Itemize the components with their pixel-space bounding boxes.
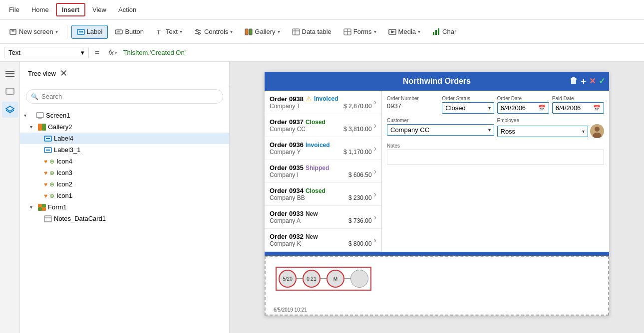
customer-field: Customer Company CC ▾ xyxy=(387,118,494,138)
tree-item-icon4[interactable]: ♥ ⊕ Icon4 xyxy=(20,156,229,167)
menu-action[interactable]: Action xyxy=(113,4,141,15)
form1-chevron: ▾ xyxy=(30,204,36,210)
forms-label: Forms xyxy=(353,28,372,35)
trash-icon[interactable]: 🗑 xyxy=(570,76,578,87)
paid-date-input[interactable]: 6/4/2006 📅 xyxy=(552,102,604,114)
order-0935-number: Order 0935 xyxy=(270,164,304,171)
customer-select[interactable]: Company CC ▾ xyxy=(387,124,494,136)
icon2-heart: ♥ xyxy=(44,181,47,188)
customer-label: Customer xyxy=(387,118,494,123)
tree-item-icon1[interactable]: ♥ ⊕ Icon1 xyxy=(20,190,229,201)
order-date-input[interactable]: 6/4/2006 📅 xyxy=(497,102,549,114)
tree-item-screen1[interactable]: ▾ Screen1 xyxy=(20,110,229,121)
data-table-button[interactable]: Data table xyxy=(287,25,336,38)
gallery-item-0934[interactable]: Order 0934 Closed Company BB $ 230.00 › xyxy=(265,183,381,206)
new-screen-icon xyxy=(9,28,17,36)
svg-rect-37 xyxy=(38,124,42,131)
gallery-item-0935[interactable]: Order 0935 Shipped Company I $ 606.50 › xyxy=(265,160,381,183)
gallery-pane: Order 0938 ⚠ Invoiced Company T $ 2,870.… xyxy=(265,91,382,252)
order-0938-warning: ⚠ xyxy=(306,95,312,103)
controls-button[interactable]: Controls ▾ xyxy=(189,25,238,38)
order-0938-arrow: › xyxy=(374,98,376,107)
order-0937-amount: $ 3,810.00 xyxy=(343,126,372,133)
formula-input[interactable] xyxy=(123,49,640,56)
order-0937-status: Closed xyxy=(306,119,325,126)
search-container: 🔍 xyxy=(20,85,229,108)
order-number-label: Order Number xyxy=(387,96,439,101)
notes-input[interactable] xyxy=(387,150,604,165)
employee-select[interactable]: Ross ▾ xyxy=(497,126,589,137)
tree-item-icon3[interactable]: ♥ ⊕ Icon3 xyxy=(20,167,229,178)
screens-button[interactable] xyxy=(2,84,18,100)
tree-item-icon2[interactable]: ♥ ⊕ Icon2 xyxy=(20,178,229,190)
order-0938-status: Invoiced xyxy=(314,95,338,102)
gallery-button[interactable]: Gallery ▾ xyxy=(240,25,285,38)
tree-item-label3-1[interactable]: Label3_1 xyxy=(20,144,229,156)
svg-rect-12 xyxy=(245,29,248,35)
toolbar: New screen ▾ Label Button T Text ▾ xyxy=(0,20,644,44)
gallery-item-0933[interactable]: Order 0933 New Company A $ 736.00 › xyxy=(265,206,381,229)
tree-item-notes-datacard1[interactable]: Notes_DataCard1 xyxy=(20,213,229,224)
new-screen-button[interactable]: New screen ▾ xyxy=(4,25,63,38)
order-0936-company: Company Y xyxy=(270,149,301,156)
label-button[interactable]: Label xyxy=(71,25,108,39)
order-0932-arrow: › xyxy=(374,236,376,245)
check-icon[interactable]: ✓ xyxy=(599,76,605,87)
svg-rect-34 xyxy=(36,113,43,118)
gallery-item-0938[interactable]: Order 0938 ⚠ Invoiced Company T $ 2,870.… xyxy=(265,91,381,114)
tree-item-gallery2[interactable]: ▾ Gallery2 xyxy=(20,121,229,133)
gallery-item-0932[interactable]: Order 0932 New Company K $ 800.00 › xyxy=(265,229,381,252)
svg-rect-44 xyxy=(42,204,46,207)
property-dropdown[interactable]: Text ▾ xyxy=(4,47,89,58)
order-number-value: 0937 xyxy=(387,102,439,110)
date-display-text: 6/5/2019 10:21 xyxy=(274,307,307,313)
app-preview: Northwind Orders 🗑 + ✕ ✓ Order 09 xyxy=(265,72,609,316)
media-icon xyxy=(388,28,396,36)
order-0934-arrow: › xyxy=(374,190,376,199)
label-label: Label xyxy=(87,28,103,35)
search-wrapper: 🔍 xyxy=(26,89,223,104)
customer-value: Company CC xyxy=(390,126,429,134)
controls-icon xyxy=(194,28,202,36)
text-chevron: ▾ xyxy=(180,29,182,34)
menu-insert[interactable]: Insert xyxy=(56,3,85,16)
close-icon[interactable]: ✕ xyxy=(589,76,596,87)
icon1-move: ⊕ xyxy=(49,192,54,199)
text-button[interactable]: T Text ▾ xyxy=(151,25,187,38)
media-button[interactable]: Media ▾ xyxy=(383,25,425,38)
search-input[interactable] xyxy=(26,89,223,104)
gallery2-icon xyxy=(38,124,46,131)
sidebar-close-button[interactable]: ✕ xyxy=(60,68,67,79)
datacard-icon xyxy=(44,215,52,222)
button-button[interactable]: Button xyxy=(110,25,149,38)
charts-button[interactable]: Char xyxy=(427,25,461,38)
fx-label: fx xyxy=(108,49,113,56)
svg-rect-14 xyxy=(293,29,300,35)
add-icon[interactable]: + xyxy=(581,76,586,87)
notes-label: Notes xyxy=(387,143,604,149)
label4-label: Label4 xyxy=(54,135,73,142)
svg-rect-43 xyxy=(38,204,42,207)
property-chevron: ▾ xyxy=(81,49,84,56)
date-bubble-3-text: M xyxy=(333,276,337,282)
gallery-item-0937[interactable]: Order 0937 Closed Company CC $ 3,810.00 … xyxy=(265,114,381,137)
svg-rect-13 xyxy=(249,29,252,35)
hamburger-button[interactable] xyxy=(2,66,18,82)
menu-bar: File Home Insert View Action xyxy=(0,0,644,20)
gallery2-label: Gallery2 xyxy=(48,123,72,131)
label4-icon xyxy=(44,135,52,142)
gallery-item-0936[interactable]: Order 0936 Invoiced Company Y $ 1,170.00… xyxy=(265,137,381,160)
icon4-move: ⊕ xyxy=(49,158,54,165)
layers-button[interactable] xyxy=(2,102,18,118)
menu-file[interactable]: File xyxy=(4,4,24,15)
order-0937-company: Company CC xyxy=(270,126,306,133)
menu-view[interactable]: View xyxy=(87,4,111,15)
svg-rect-23 xyxy=(435,30,437,35)
tree-item-label4[interactable]: Label4 xyxy=(20,133,229,144)
order-status-select[interactable]: Closed ▾ xyxy=(442,102,494,114)
tree-item-form1[interactable]: ▾ Form1 xyxy=(20,201,229,213)
menu-home[interactable]: Home xyxy=(26,4,54,15)
forms-button[interactable]: Forms ▾ xyxy=(338,25,381,38)
sep1 xyxy=(67,25,67,39)
media-label: Media xyxy=(398,28,416,35)
